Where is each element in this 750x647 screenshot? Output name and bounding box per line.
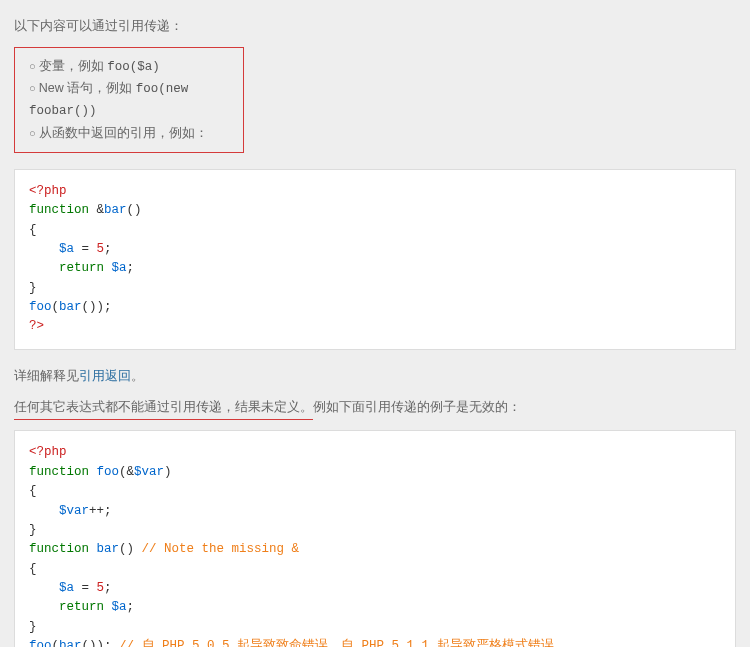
function-call: foo — [29, 639, 52, 647]
list-item: New 语句，例如 foo(new foobar()) — [29, 78, 229, 123]
list-item: 从函数中返回的引用，例如： — [29, 123, 229, 144]
variable: $a — [112, 261, 127, 275]
variable: $var — [134, 465, 164, 479]
keyword: function — [29, 542, 97, 556]
comment: // 自 PHP 5.0.5 起导致致命错误，自 PHP 5.1.1 起导致严格… — [119, 639, 554, 647]
comment: // Note the missing & — [142, 542, 300, 556]
keyword: function — [29, 203, 97, 217]
php-close-tag: ?> — [29, 319, 44, 333]
keyword: return — [29, 261, 112, 275]
php-open-tag: <?php — [29, 445, 67, 459]
explain-text: 详细解释见引用返回。 — [14, 366, 736, 387]
underlined-text: 任何其它表达式都不能通过引用传递，结果未定义。 — [14, 397, 313, 421]
document-page: 以下内容可以通过引用传递： 变量，例如 foo($a) New 语句，例如 fo… — [0, 0, 750, 647]
explain-suffix: 。 — [131, 368, 144, 383]
keyword: function — [29, 465, 97, 479]
list-text: 变量，例如 — [39, 59, 107, 73]
list-text: New 语句，例如 — [39, 81, 136, 95]
reference-return-link[interactable]: 引用返回 — [79, 368, 131, 383]
reference-pass-list: 变量，例如 foo($a) New 语句，例如 foo(new foobar()… — [14, 47, 244, 153]
php-open-tag: <?php — [29, 184, 67, 198]
inline-code: foo($a) — [107, 60, 160, 74]
invalid-sentence: 任何其它表达式都不能通过引用传递，结果未定义。例如下面引用传递的例子是无效的： — [14, 397, 736, 421]
function-call: foo — [29, 300, 52, 314]
function-name: bar — [97, 542, 120, 556]
code-block-2: <?php function foo(&$var) { $var++; } fu… — [14, 430, 736, 647]
list-item: 变量，例如 foo($a) — [29, 56, 229, 78]
sentence-rest: 例如下面引用传递的例子是无效的： — [313, 399, 521, 414]
explain-prefix: 详细解释见 — [14, 368, 79, 383]
variable: $a — [112, 600, 127, 614]
code-block-1: <?php function &bar() { $a = 5; return $… — [14, 169, 736, 350]
variable: $a — [29, 242, 82, 256]
function-name: foo — [97, 465, 120, 479]
variable: $var — [29, 504, 89, 518]
keyword: return — [29, 600, 112, 614]
intro-text: 以下内容可以通过引用传递： — [14, 16, 736, 37]
function-name: bar — [104, 203, 127, 217]
list-text: 从函数中返回的引用，例如： — [39, 126, 208, 140]
variable: $a — [29, 581, 82, 595]
